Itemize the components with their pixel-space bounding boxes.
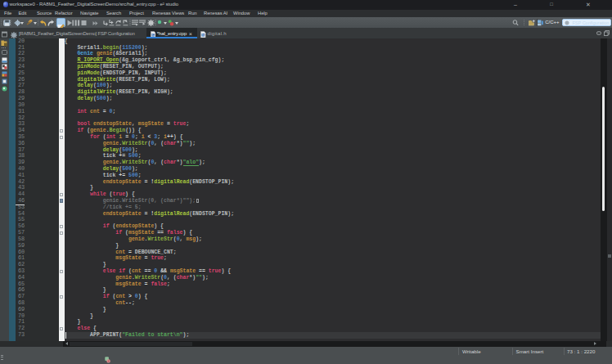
svg-text:h: h [203,34,205,37]
